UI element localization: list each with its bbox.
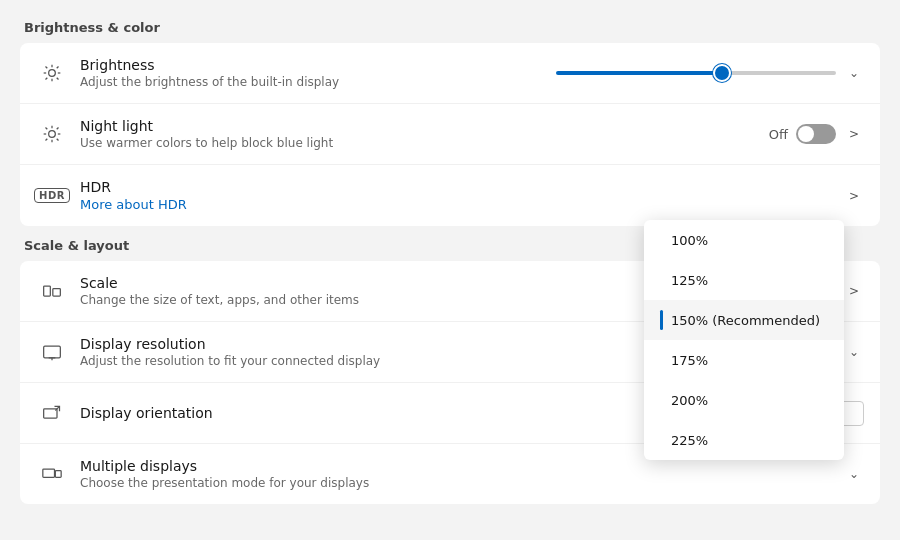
scale-option-125-label: 125% (671, 273, 708, 288)
hdr-icon-wrap: HDR (36, 180, 68, 212)
svg-rect-18 (44, 286, 51, 296)
night-light-chevron[interactable]: > (844, 124, 864, 144)
night-light-title: Night light (80, 118, 769, 134)
scale-option-100[interactable]: 100% (644, 220, 844, 260)
hdr-row: HDR HDR More about HDR > (20, 165, 880, 226)
scale-option-175[interactable]: 175% (644, 340, 844, 380)
night-light-subtitle: Use warmer colors to help block blue lig… (80, 136, 769, 150)
brightness-content: Brightness Adjust the brightness of the … (80, 57, 556, 89)
svg-rect-19 (53, 289, 61, 297)
spacer (660, 430, 663, 450)
multiple-displays-subtitle: Choose the presentation mode for your di… (80, 476, 844, 490)
hdr-control: > (844, 186, 864, 206)
brightness-chevron[interactable]: ⌄ (844, 63, 864, 83)
spacer (660, 350, 663, 370)
hdr-chevron[interactable]: > (844, 186, 864, 206)
hdr-title: HDR (80, 179, 844, 195)
night-light-row: Night light Use warmer colors to help bl… (20, 104, 880, 165)
brightness-control: ⌄ (556, 63, 864, 83)
multiple-displays-chevron[interactable]: ⌄ (844, 464, 864, 484)
svg-line-13 (57, 139, 59, 141)
brightness-color-section-title: Brightness & color (20, 20, 880, 35)
svg-line-8 (57, 67, 59, 69)
svg-rect-26 (55, 471, 61, 478)
scale-option-125[interactable]: 125% (644, 260, 844, 300)
svg-line-7 (46, 78, 48, 80)
display-orientation-icon (36, 397, 68, 429)
display-resolution-chevron[interactable]: ⌄ (844, 342, 864, 362)
scale-option-100-label: 100% (671, 233, 708, 248)
selected-indicator (660, 310, 663, 330)
scale-option-200-label: 200% (671, 393, 708, 408)
settings-page: Brightness & color Brightness A (0, 0, 900, 528)
brightness-slider-container (556, 71, 836, 75)
brightness-icon (36, 57, 68, 89)
brightness-title: Brightness (80, 57, 556, 73)
svg-line-16 (46, 139, 48, 141)
svg-point-0 (49, 70, 56, 77)
multiple-displays-content: Multiple displays Choose the presentatio… (80, 458, 844, 490)
svg-rect-23 (44, 409, 57, 418)
brightness-slider[interactable] (556, 71, 836, 75)
scale-option-150-label: 150% (Recommended) (671, 313, 820, 328)
brightness-subtitle: Adjust the brightness of the built-in di… (80, 75, 556, 89)
scale-chevron[interactable]: > (844, 281, 864, 301)
multiple-displays-icon (36, 458, 68, 490)
multiple-displays-control: ⌄ (844, 464, 864, 484)
hdr-content: HDR More about HDR (80, 179, 844, 212)
night-light-status: Off (769, 127, 788, 142)
svg-line-3 (46, 67, 48, 69)
night-light-toggle[interactable] (796, 124, 836, 144)
scale-option-150[interactable]: 150% (Recommended) (644, 300, 844, 340)
scale-option-200[interactable]: 200% (644, 380, 844, 420)
multiple-displays-title: Multiple displays (80, 458, 844, 474)
toggle-knob (798, 126, 814, 142)
scale-control: > (844, 281, 864, 301)
spacer (660, 390, 663, 410)
spacer (660, 230, 663, 250)
night-light-content: Night light Use warmer colors to help bl… (80, 118, 769, 150)
hdr-link[interactable]: More about HDR (80, 197, 844, 212)
svg-point-9 (49, 131, 56, 138)
svg-rect-20 (44, 346, 61, 358)
hdr-badge: HDR (34, 188, 70, 203)
spacer (660, 270, 663, 290)
night-light-control: Off > (769, 124, 864, 144)
display-resolution-icon (36, 336, 68, 368)
scale-option-175-label: 175% (671, 353, 708, 368)
night-light-icon (36, 118, 68, 150)
scale-dropdown-menu: 100% 125% 150% (Recommended) 175% 200% 2… (644, 220, 844, 460)
scale-icon (36, 275, 68, 307)
scale-option-225-label: 225% (671, 433, 708, 448)
brightness-row: Brightness Adjust the brightness of the … (20, 43, 880, 104)
svg-rect-25 (43, 469, 55, 477)
scale-option-225[interactable]: 225% (644, 420, 844, 460)
brightness-color-card: Brightness Adjust the brightness of the … (20, 43, 880, 226)
svg-line-17 (57, 128, 59, 130)
svg-line-12 (46, 128, 48, 130)
svg-line-4 (57, 78, 59, 80)
